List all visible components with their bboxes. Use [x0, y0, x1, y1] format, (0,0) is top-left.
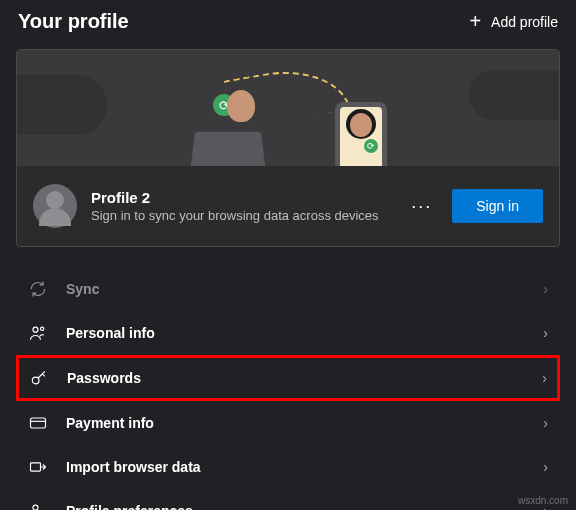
profile-subtitle: Sign in to sync your browsing data acros… — [91, 208, 391, 223]
menu-label: Passwords — [67, 370, 524, 386]
chevron-right-icon: › — [543, 459, 548, 475]
avatar — [33, 184, 77, 228]
menu-item-payment-info[interactable]: Payment info › — [26, 401, 550, 445]
settings-menu: Sync › Personal info › Passwords › Payme… — [0, 257, 576, 510]
svg-rect-3 — [31, 418, 46, 428]
menu-item-personal-info[interactable]: Personal info › — [26, 311, 550, 355]
svg-rect-4 — [31, 463, 41, 471]
chevron-right-icon: › — [542, 370, 547, 386]
menu-item-sync: Sync › — [26, 267, 550, 311]
menu-label: Personal info — [66, 325, 525, 341]
page-title: Your profile — [18, 10, 129, 33]
sync-icon — [28, 279, 48, 299]
chevron-right-icon: › — [543, 281, 548, 297]
profile-card: ⟳ ⟳ Profile 2 Sign in to sync your brows… — [16, 49, 560, 247]
menu-item-profile-preferences[interactable]: Profile preferences › — [26, 489, 550, 510]
menu-label: Sync — [66, 281, 525, 297]
profile-name: Profile 2 — [91, 189, 391, 206]
key-icon — [29, 368, 49, 388]
menu-item-passwords[interactable]: Passwords › — [16, 355, 560, 401]
menu-label: Payment info — [66, 415, 525, 431]
add-profile-label: Add profile — [491, 14, 558, 30]
card-icon — [28, 413, 48, 433]
menu-label: Profile preferences — [66, 503, 525, 510]
person-icon — [28, 323, 48, 343]
profile-illustration: ⟳ ⟳ — [17, 50, 559, 166]
signin-button[interactable]: Sign in — [452, 189, 543, 223]
svg-point-0 — [33, 327, 38, 332]
menu-label: Import browser data — [66, 459, 525, 475]
chevron-right-icon: › — [543, 325, 548, 341]
menu-item-import-browser-data[interactable]: Import browser data › — [26, 445, 550, 489]
preferences-icon — [28, 501, 48, 510]
watermark: wsxdn.com — [518, 495, 568, 506]
chevron-right-icon: › — [543, 415, 548, 431]
plus-icon: + — [469, 10, 481, 33]
svg-point-1 — [41, 327, 44, 330]
add-profile-button[interactable]: + Add profile — [469, 10, 558, 33]
svg-point-5 — [33, 505, 38, 510]
more-options-button[interactable]: ··· — [405, 196, 438, 217]
import-icon — [28, 457, 48, 477]
svg-point-2 — [32, 377, 39, 384]
